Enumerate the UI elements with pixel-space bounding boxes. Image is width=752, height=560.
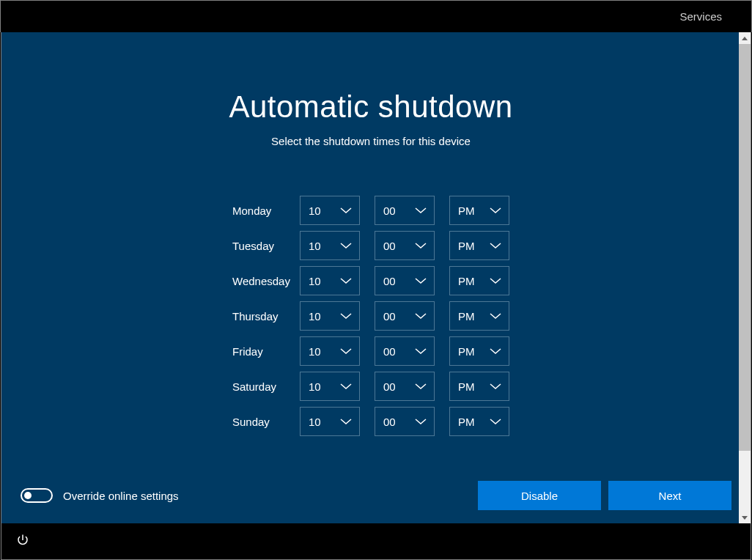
chevron-down-icon — [340, 204, 352, 217]
day-label: Monday — [232, 205, 300, 217]
schedule-row-thursday: Thursday 10 00 PM — [232, 301, 509, 331]
schedule-row-friday: Friday 10 00 PM — [232, 336, 509, 366]
chevron-down-icon — [415, 274, 427, 287]
chevron-down-icon — [490, 345, 501, 358]
minute-dropdown[interactable]: 00 — [375, 266, 435, 295]
chevron-down-icon — [340, 345, 352, 358]
chevron-down-icon — [490, 415, 501, 428]
ampm-dropdown[interactable]: PM — [449, 407, 509, 436]
dropdown-value: 00 — [383, 310, 405, 323]
button-group: Disable Next — [478, 481, 731, 510]
ampm-dropdown[interactable]: PM — [449, 231, 509, 260]
day-label: Friday — [232, 345, 300, 358]
schedule-row-monday: Monday 10 00 PM — [232, 196, 509, 225]
footer-bar — [1, 523, 751, 560]
chevron-down-icon — [415, 415, 427, 428]
dropdown-value: 10 — [309, 275, 331, 287]
dropdown-value: 10 — [309, 240, 331, 252]
hour-dropdown[interactable]: 10 — [300, 407, 360, 436]
dropdown-value: 10 — [309, 310, 331, 323]
dropdown-value: PM — [458, 205, 480, 217]
ampm-dropdown[interactable]: PM — [449, 266, 509, 295]
minute-dropdown[interactable]: 00 — [375, 407, 435, 436]
ampm-dropdown[interactable]: PM — [449, 372, 509, 401]
scroll-down-icon[interactable] — [739, 512, 751, 523]
hour-dropdown[interactable]: 10 — [300, 372, 360, 401]
scrollbar-thumb[interactable] — [739, 44, 751, 451]
dropdown-value: 00 — [383, 416, 405, 428]
override-toggle[interactable] — [21, 488, 53, 503]
chevron-down-icon — [415, 380, 427, 393]
dropdown-value: PM — [458, 380, 480, 393]
chevron-down-icon — [340, 415, 352, 428]
schedule-row-saturday: Saturday 10 00 PM — [232, 372, 509, 401]
dropdown-value: 10 — [309, 345, 331, 358]
main-panel: Automatic shutdown Select the shutdown t… — [1, 32, 751, 523]
minute-dropdown[interactable]: 00 — [375, 301, 435, 331]
ampm-dropdown[interactable]: PM — [449, 196, 509, 225]
dropdown-value: 00 — [383, 205, 405, 217]
dropdown-value: PM — [458, 345, 480, 358]
schedule-grid: Monday 10 00 PM Tuesday 10 — [232, 196, 509, 436]
chevron-down-icon — [340, 309, 352, 323]
hour-dropdown[interactable]: 10 — [300, 266, 360, 295]
day-label: Tuesday — [232, 240, 300, 252]
dropdown-value: 00 — [383, 240, 405, 252]
chevron-down-icon — [490, 309, 501, 323]
chevron-down-icon — [490, 380, 501, 393]
hour-dropdown[interactable]: 10 — [300, 301, 360, 331]
next-button[interactable]: Next — [608, 481, 731, 510]
chevron-down-icon — [490, 204, 501, 217]
hour-dropdown[interactable]: 10 — [300, 196, 360, 225]
chevron-down-icon — [340, 239, 352, 252]
hour-dropdown[interactable]: 10 — [300, 231, 360, 260]
bottom-bar: Override online settings Disable Next — [1, 468, 740, 523]
chevron-down-icon — [340, 274, 352, 287]
content-area: Automatic shutdown Select the shutdown t… — [1, 32, 740, 523]
dropdown-value: PM — [458, 275, 480, 287]
dropdown-value: 00 — [383, 345, 405, 358]
page-title: Automatic shutdown — [229, 89, 512, 125]
schedule-row-wednesday: Wednesday 10 00 PM — [232, 266, 509, 295]
dropdown-value: 00 — [383, 380, 405, 393]
dropdown-value: PM — [458, 240, 480, 252]
power-icon[interactable] — [16, 534, 29, 550]
schedule-row-tuesday: Tuesday 10 00 PM — [232, 231, 509, 260]
chevron-down-icon — [415, 345, 427, 358]
dropdown-value: 00 — [383, 275, 405, 287]
schedule-row-sunday: Sunday 10 00 PM — [232, 407, 509, 436]
dropdown-value: 10 — [309, 205, 331, 217]
day-label: Saturday — [232, 380, 300, 393]
minute-dropdown[interactable]: 00 — [375, 196, 435, 225]
chevron-down-icon — [490, 274, 501, 287]
chevron-down-icon — [415, 239, 427, 252]
chevron-down-icon — [340, 380, 352, 393]
day-label: Thursday — [232, 310, 300, 323]
day-label: Sunday — [232, 416, 300, 428]
minute-dropdown[interactable]: 00 — [375, 336, 435, 366]
disable-button[interactable]: Disable — [478, 481, 601, 510]
chevron-down-icon — [490, 239, 501, 252]
top-bar: Services — [0, 0, 752, 32]
chevron-down-icon — [415, 204, 427, 217]
ampm-dropdown[interactable]: PM — [449, 301, 509, 331]
override-label: Override online settings — [63, 490, 179, 502]
hour-dropdown[interactable]: 10 — [300, 336, 360, 366]
minute-dropdown[interactable]: 00 — [375, 231, 435, 260]
dropdown-value: PM — [458, 416, 480, 428]
dropdown-value: 10 — [309, 416, 331, 428]
toggle-knob — [24, 492, 32, 499]
page-subtitle: Select the shutdown times for this devic… — [271, 135, 471, 147]
chevron-down-icon — [415, 309, 427, 323]
services-link[interactable]: Services — [679, 10, 722, 23]
dropdown-value: PM — [458, 310, 480, 323]
minute-dropdown[interactable]: 00 — [375, 372, 435, 401]
day-label: Wednesday — [232, 275, 300, 287]
ampm-dropdown[interactable]: PM — [449, 336, 509, 366]
scroll-up-icon[interactable] — [739, 32, 751, 44]
dropdown-value: 10 — [309, 380, 331, 393]
scrollbar[interactable] — [739, 32, 751, 523]
